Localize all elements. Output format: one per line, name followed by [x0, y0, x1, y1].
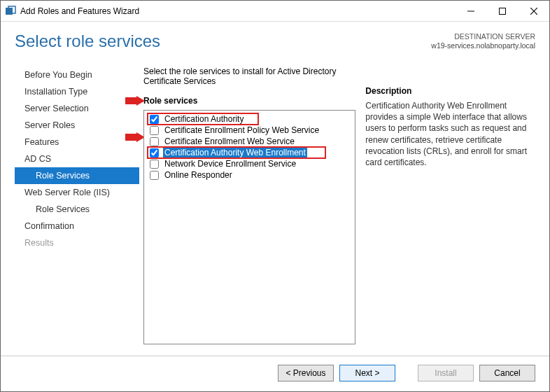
service-ca-web-enrollment[interactable]: Certification Authority Web Enrollment: [146, 147, 353, 158]
wizard-body: Before You Begin Installation Type Serve…: [15, 57, 535, 356]
cancel-button[interactable]: Cancel: [479, 365, 535, 382]
nav-features[interactable]: Features: [15, 134, 139, 150]
destination-server: DESTINATION SERVER w19-services.nolabnop…: [431, 32, 535, 51]
install-button: Install: [418, 365, 474, 382]
checkbox-network-device-enrollment[interactable]: [150, 160, 159, 169]
description-text: Certification Authority Web Enrollment p…: [365, 100, 535, 168]
annotation-arrow-icon: [125, 96, 145, 106]
nav-role-services-iis[interactable]: Role Services: [15, 201, 139, 218]
wizard-footer: < Previous Next > Install Cancel: [1, 356, 549, 391]
checkbox-certification-authority[interactable]: [150, 115, 159, 124]
checkbox-cert-enrollment-web[interactable]: [150, 137, 159, 146]
service-label: Certification Authority Web Enrollment: [163, 148, 307, 158]
service-label: Certificate Enrollment Web Service: [163, 136, 296, 146]
maximize-button[interactable]: [486, 1, 518, 21]
nav-before-you-begin[interactable]: Before You Begin: [15, 66, 139, 83]
window-title: Add Roles and Features Wizard: [20, 6, 139, 16]
description-column: . Description Certification Authority We…: [365, 66, 535, 356]
app-icon: [5, 6, 16, 17]
checkbox-online-responder[interactable]: [150, 171, 159, 180]
destination-value: w19-services.nolabnoparty.local: [431, 41, 535, 51]
service-cert-enrollment-web[interactable]: Certificate Enrollment Web Service: [146, 136, 353, 147]
previous-button[interactable]: < Previous: [278, 365, 334, 382]
nav-role-services-adcs[interactable]: Role Services: [15, 167, 139, 184]
close-button[interactable]: [518, 1, 549, 21]
nav-server-selection[interactable]: Server Selection: [15, 100, 139, 117]
service-certification-authority[interactable]: Certification Authority: [146, 113, 353, 125]
nav-results: Results: [15, 234, 139, 251]
service-label: Online Responder: [163, 170, 234, 180]
svg-marker-6: [125, 96, 145, 106]
role-services-column: Select the role services to install for …: [143, 66, 355, 356]
nav-web-server-role-iis[interactable]: Web Server Role (IIS): [15, 184, 139, 201]
checkbox-cert-enrollment-policy-web[interactable]: [150, 126, 159, 135]
instruction-text: Select the role services to install for …: [143, 66, 355, 86]
nav-installation-type[interactable]: Installation Type: [15, 83, 139, 100]
title-bar: Add Roles and Features Wizard: [1, 1, 549, 22]
description-label: Description: [365, 86, 535, 96]
page-header: Select role services DESTINATION SERVER …: [15, 31, 535, 51]
page-title: Select role services: [15, 31, 431, 51]
wizard-nav: Before You Begin Installation Type Serve…: [15, 57, 139, 356]
wizard-window: Add Roles and Features Wizard Select rol…: [0, 0, 550, 392]
nav-server-roles[interactable]: Server Roles: [15, 117, 139, 134]
nav-ad-cs[interactable]: AD CS: [15, 150, 139, 167]
service-label: Certification Authority: [163, 114, 245, 124]
role-services-label: Role services: [143, 96, 355, 106]
minimize-button[interactable]: [455, 1, 486, 21]
destination-label: DESTINATION SERVER: [431, 32, 535, 42]
nav-confirmation[interactable]: Confirmation: [15, 218, 139, 234]
service-network-device-enrollment[interactable]: Network Device Enrollment Service: [146, 158, 353, 169]
service-label: Certificate Enrollment Policy Web Servic…: [163, 125, 320, 135]
svg-rect-3: [499, 8, 505, 14]
svg-marker-7: [125, 132, 145, 142]
service-online-responder[interactable]: Online Responder: [146, 169, 353, 181]
checkbox-ca-web-enrollment[interactable]: [150, 148, 159, 158]
wizard-main: Select the role services to install for …: [139, 57, 535, 356]
next-button[interactable]: Next >: [339, 365, 395, 382]
annotation-arrow-icon: [125, 132, 145, 142]
service-cert-enrollment-policy-web[interactable]: Certificate Enrollment Policy Web Servic…: [146, 125, 353, 136]
service-label: Network Device Enrollment Service: [163, 159, 297, 169]
role-services-listbox[interactable]: Certification Authority Certificate Enro…: [143, 110, 355, 344]
